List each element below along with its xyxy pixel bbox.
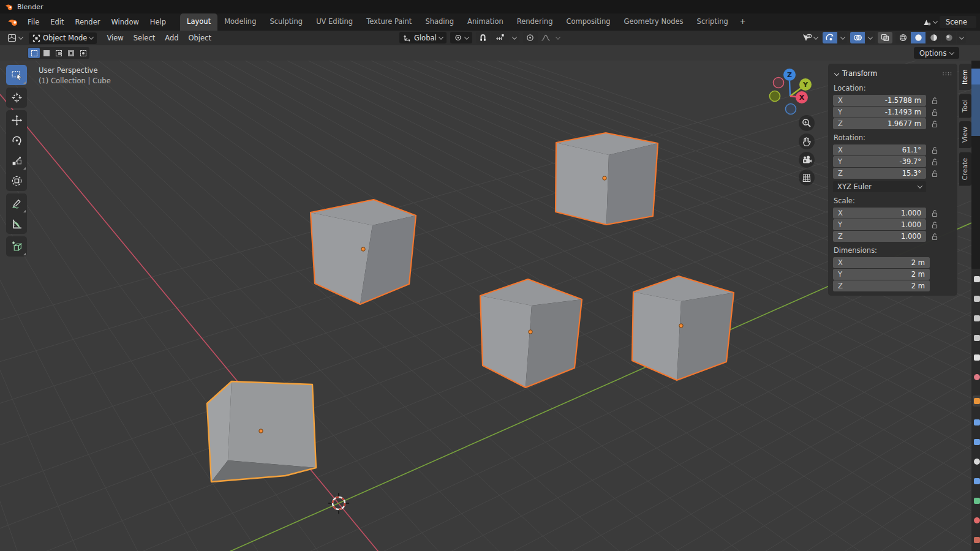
lock-icon[interactable] (931, 97, 938, 105)
lock-icon[interactable] (931, 221, 938, 229)
outliner-selected-row[interactable] (971, 69, 980, 84)
camera-view-button[interactable] (799, 152, 815, 168)
properties-tab-tool-icon[interactable] (974, 276, 980, 282)
menu-select[interactable]: Select (129, 32, 160, 44)
properties-tab-object-icon[interactable] (974, 398, 980, 404)
properties-tab-scene-icon[interactable] (974, 354, 980, 361)
properties-tab-physics-icon[interactable] (974, 459, 980, 465)
properties-tab-material-icon[interactable] (974, 517, 980, 523)
sidebar-tab-item[interactable]: Item (959, 64, 971, 90)
lock-icon[interactable] (931, 108, 938, 116)
options-button[interactable]: Options (914, 47, 959, 59)
gizmo-axis-neg-z[interactable] (786, 104, 796, 114)
select-mode-extend-button[interactable] (40, 48, 52, 58)
rotation-mode-dropdown[interactable]: XYZ Euler (833, 181, 926, 192)
properties-tab-view-layer-icon[interactable] (974, 335, 980, 341)
panel-grip-icon[interactable] (942, 72, 952, 76)
xray-toggle[interactable] (878, 32, 892, 43)
add-workspace-button[interactable]: + (735, 13, 751, 31)
zoom-view-button[interactable] (799, 115, 815, 131)
menu-help[interactable]: Help (145, 15, 172, 29)
workspace-tab-uv-editing[interactable]: UV Editing (309, 13, 360, 31)
sidebar-tab-view[interactable]: View (959, 121, 971, 148)
tool-select-box[interactable] (6, 65, 27, 85)
scale-z-field[interactable]: Z 1.000 (833, 231, 926, 242)
shading-rendered-button[interactable] (941, 32, 956, 43)
mode-dropdown[interactable]: Object Mode (29, 32, 97, 44)
scene-browse-button[interactable] (922, 18, 937, 26)
gizmo-axis-z[interactable]: Z (783, 69, 796, 81)
toggle-orthographic-button[interactable] (799, 170, 815, 186)
outliner-active-row[interactable] (971, 84, 980, 136)
shading-material-button[interactable] (926, 32, 941, 43)
snap-toggle-button[interactable] (476, 32, 491, 43)
gizmo-dropdown[interactable] (838, 32, 847, 43)
workspace-tab-scripting[interactable]: Scripting (690, 13, 735, 31)
app-menu-button[interactable] (4, 18, 22, 26)
properties-tab-particles-icon[interactable] (974, 439, 980, 445)
menu-edit[interactable]: Edit (45, 15, 69, 29)
lock-icon[interactable] (931, 158, 938, 166)
select-mode-subtract-button[interactable] (53, 48, 64, 58)
workspace-tab-layout[interactable]: Layout (180, 13, 217, 31)
proportional-falloff-button[interactable] (538, 32, 553, 43)
menu-add[interactable]: Add (160, 32, 183, 44)
gizmo-axis-neg-y[interactable] (770, 91, 780, 102)
lock-icon[interactable] (931, 146, 938, 154)
tool-transform[interactable] (6, 171, 27, 191)
transform-orientation-dropdown[interactable]: Global (399, 32, 447, 43)
menu-render[interactable]: Render (70, 15, 106, 29)
scale-x-field[interactable]: X 1.000 (833, 208, 926, 219)
tool-scale[interactable] (6, 151, 27, 171)
pivot-point-dropdown[interactable] (450, 32, 472, 43)
shading-dropdown[interactable] (957, 32, 966, 43)
rotation-y-field[interactable]: Y -39.7° (833, 156, 926, 167)
shading-solid-button[interactable] (911, 32, 925, 43)
workspace-tab-shading[interactable]: Shading (418, 13, 461, 31)
show-gizmo-toggle[interactable] (823, 32, 837, 43)
workspace-tab-modeling[interactable]: Modeling (217, 13, 263, 31)
snap-dropdown[interactable] (510, 32, 519, 43)
select-mode-invert-button[interactable] (65, 48, 77, 58)
tool-measure[interactable] (6, 214, 27, 234)
tool-annotate[interactable] (6, 193, 27, 214)
workspace-tab-geometry-nodes[interactable]: Geometry Nodes (617, 13, 690, 31)
properties-tab-world-icon[interactable] (974, 374, 980, 380)
tool-cursor[interactable] (6, 88, 27, 108)
snap-target-button[interactable] (491, 32, 510, 43)
overlays-dropdown[interactable] (865, 32, 875, 43)
scale-y-field[interactable]: Y 1.000 (833, 219, 926, 230)
proportional-editing-toggle[interactable] (523, 32, 538, 43)
properties-tab-texture-icon[interactable] (974, 537, 980, 543)
gizmo-axis-x[interactable]: X (796, 91, 808, 103)
dimensions-y-field[interactable]: Y 2 m (833, 269, 930, 280)
tool-add-cube[interactable] (6, 236, 27, 257)
shading-wireframe-button[interactable] (895, 32, 910, 43)
lock-icon[interactable] (931, 120, 938, 128)
dimensions-z-field[interactable]: Z 2 m (833, 280, 930, 291)
rotation-x-field[interactable]: X 61.1° (833, 144, 926, 156)
select-mode-intersect-button[interactable] (77, 48, 89, 58)
lock-icon[interactable] (931, 233, 938, 241)
lock-icon[interactable] (931, 209, 938, 217)
workspace-tab-compositing[interactable]: Compositing (559, 13, 617, 31)
location-x-field[interactable]: X -1.5788 m (833, 95, 926, 106)
properties-tab-output-icon[interactable] (974, 315, 980, 321)
lock-icon[interactable] (931, 170, 938, 178)
menu-file[interactable]: File (22, 15, 45, 29)
gizmo-axis-y[interactable]: Y (799, 78, 812, 91)
properties-tab-modifiers-icon[interactable] (974, 419, 980, 425)
3d-viewport[interactable]: User Perspective (1) Collection | Cube (0, 61, 980, 551)
workspace-tab-sculpting[interactable]: Sculpting (263, 13, 309, 31)
move-view-button[interactable] (799, 133, 815, 149)
editor-type-button[interactable] (4, 32, 26, 44)
tool-rotate[interactable] (6, 130, 27, 151)
location-y-field[interactable]: Y -1.1493 m (833, 107, 926, 118)
location-z-field[interactable]: Z 1.9677 m (833, 118, 926, 129)
workspace-tab-rendering[interactable]: Rendering (510, 13, 560, 31)
scene-canvas[interactable] (0, 61, 971, 551)
workspace-tab-texture-paint[interactable]: Texture Paint (360, 13, 418, 31)
menu-view[interactable]: View (102, 32, 128, 44)
cube-object[interactable] (632, 276, 734, 380)
sidebar-tab-tool[interactable]: Tool (959, 94, 971, 118)
